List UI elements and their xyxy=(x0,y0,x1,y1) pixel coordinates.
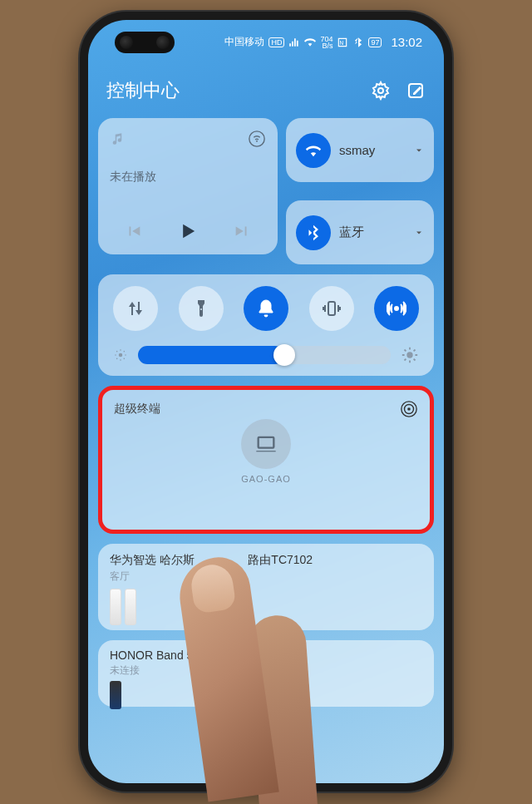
svg-point-4 xyxy=(256,141,258,142)
router-title-b: 路由TC7102 xyxy=(248,553,313,566)
svg-text:N: N xyxy=(340,39,344,45)
flashlight-toggle[interactable] xyxy=(179,286,224,331)
edit-icon[interactable] xyxy=(406,81,426,101)
wifi-icon xyxy=(304,37,316,48)
page-title: 控制中心 xyxy=(106,78,180,103)
svg-point-7 xyxy=(119,353,123,358)
router-title-a: 华为智选 哈尔斯 xyxy=(110,553,195,566)
nfc-icon: N xyxy=(337,37,348,48)
prev-icon[interactable] xyxy=(125,222,143,240)
cast-icon[interactable] xyxy=(248,130,266,148)
laptop-icon xyxy=(241,419,291,469)
mobile-data-toggle[interactable] xyxy=(113,286,158,331)
gear-icon[interactable] xyxy=(371,81,391,101)
svg-rect-5 xyxy=(328,302,335,315)
net-speed: 704B/s xyxy=(320,36,332,49)
sun-low-icon xyxy=(113,348,128,363)
ringer-toggle[interactable] xyxy=(244,286,288,331)
hd-badge: HD xyxy=(268,37,284,47)
toggles-panel xyxy=(98,274,434,376)
battery-badge: 97 xyxy=(368,37,382,47)
hotspot-toggle[interactable] xyxy=(374,286,419,331)
bluetooth-icon-circle xyxy=(296,215,331,250)
wifi-toggle[interactable]: ssmay xyxy=(286,118,434,182)
play-icon[interactable] xyxy=(176,219,200,243)
svg-point-8 xyxy=(406,352,412,358)
media-status: 未在播放 xyxy=(110,170,266,185)
device-name: GAO-GAO xyxy=(241,474,291,484)
carrier-label: 中国移动 xyxy=(224,35,264,49)
wifi-icon-circle xyxy=(296,133,331,168)
svg-point-1 xyxy=(378,88,383,93)
sun-high-icon xyxy=(401,346,419,364)
screen: 中国移动 HD 704B/s N 97 13:02 控制中心 xyxy=(88,20,444,783)
band-image xyxy=(110,681,121,709)
clock: 13:02 xyxy=(391,35,422,49)
chevron-down-icon[interactable] xyxy=(414,228,424,238)
super-device-title: 超级终端 xyxy=(114,402,160,417)
bluetooth-status-icon xyxy=(352,37,364,48)
band-card[interactable]: HONOR Band 5- 未连接 xyxy=(98,640,434,707)
router-card[interactable]: 华为智选 哈尔斯 路由TC7102 客厅 xyxy=(98,544,434,630)
status-bar: 中国移动 HD 704B/s N 97 13:02 xyxy=(224,35,422,49)
chevron-down-icon[interactable] xyxy=(414,146,424,155)
wifi-label: ssmay xyxy=(339,143,406,157)
band-status: 未连接 xyxy=(110,663,422,678)
router-room: 客厅 xyxy=(110,570,422,584)
signal-icon xyxy=(288,37,300,48)
camera-cutout xyxy=(115,32,175,53)
router-image xyxy=(110,589,121,625)
super-device-panel[interactable]: 超级终端 GAO-GAO xyxy=(98,386,434,534)
brightness-slider[interactable] xyxy=(113,346,419,364)
phone-frame: 中国移动 HD 704B/s N 97 13:02 控制中心 xyxy=(80,12,452,792)
bluetooth-toggle[interactable]: 蓝牙 xyxy=(286,200,434,264)
media-panel[interactable]: 未在播放 xyxy=(98,118,278,254)
bluetooth-label: 蓝牙 xyxy=(339,224,406,240)
next-icon[interactable] xyxy=(233,222,251,240)
music-icon xyxy=(110,131,125,146)
svg-rect-12 xyxy=(259,437,274,448)
super-device-item[interactable]: GAO-GAO xyxy=(241,419,291,484)
router-image xyxy=(125,589,136,625)
band-title: HONOR Band 5- xyxy=(110,649,422,662)
svg-point-11 xyxy=(407,407,411,411)
header: 控制中心 xyxy=(98,70,434,118)
svg-point-6 xyxy=(395,307,398,310)
vibrate-toggle[interactable] xyxy=(309,286,354,331)
radar-icon[interactable] xyxy=(400,400,418,418)
